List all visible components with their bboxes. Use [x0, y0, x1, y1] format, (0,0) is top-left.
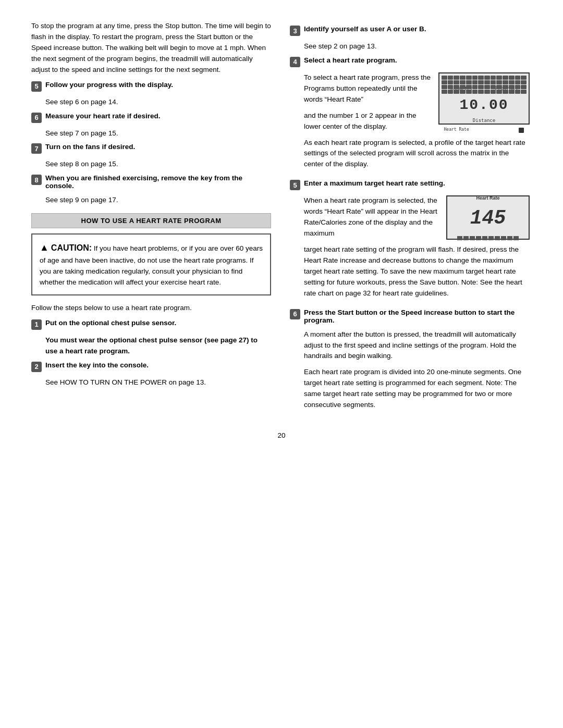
step-5r-body-after: target heart rate setting of the program…	[304, 244, 530, 299]
step-6-title: Measure your heart rate if desired.	[45, 112, 161, 120]
step-5-block: 5 Follow your progress with the display.	[31, 81, 271, 92]
step-7-body: See step 8 on page 15.	[45, 159, 271, 170]
step-6r-num: 6	[290, 309, 300, 319]
step-6r-body1: A moment after the button is pressed, th…	[304, 329, 530, 411]
right-column: 3 Identify yourself as user A or user B.…	[290, 21, 530, 416]
step-3-num: 3	[290, 26, 300, 36]
distance-label: Distance	[473, 117, 495, 125]
step-4-profile-text: As each heart rate program is selected, …	[304, 138, 530, 170]
step-4-block: 4 Select a heart rate program.	[290, 56, 530, 67]
hr-dot	[519, 128, 524, 133]
step-4-num: 4	[290, 57, 300, 67]
caution-triangle-icon: ▲	[40, 242, 49, 253]
step-r2-title: Insert the key into the console.	[45, 361, 149, 369]
display-2-hr-title: Heart Rate	[476, 195, 499, 202]
step-8-body: See step 9 on page 17.	[45, 195, 271, 206]
step-4-title: Select a heart rate program.	[304, 56, 397, 64]
step-6-num: 6	[31, 113, 42, 123]
step-5r-block: 5 Enter a maximum target heart rate sett…	[290, 179, 530, 190]
step-8-title: When you are finished exercising, remove…	[45, 174, 271, 190]
step-r1-num: 1	[31, 319, 42, 330]
display-1: Odometer Programs 10.00 Distance Heart R…	[438, 72, 530, 125]
step-6r-block: 6 Press the Start button or the Speed in…	[290, 309, 530, 324]
step-8-block: 8 When you are finished exercising, remo…	[31, 174, 271, 190]
step-r2-block: 2 Insert the key into the console.	[31, 361, 271, 372]
step-6r-para1: A moment after the button is pressed, th…	[304, 329, 530, 362]
display-2-bars	[457, 236, 519, 240]
step-7-block: 7 Turn on the fans if desired.	[31, 143, 271, 154]
step-3-block: 3 Identify yourself as user A or user B.	[290, 25, 530, 36]
step-8-num: 8	[31, 175, 42, 185]
step-3-body: See step 2 on page 13.	[304, 41, 530, 52]
step-5-title: Follow your progress with the display.	[45, 81, 173, 89]
step-6r-title: Press the Start button or the Speed incr…	[304, 309, 530, 324]
step-5r-body: Heart Rate 145 When a heart rate program…	[304, 195, 530, 304]
display-2: Heart Rate 145	[446, 195, 530, 240]
how-to-box: HOW TO USE A HEART RATE PROGRAM	[31, 213, 271, 228]
display-grid	[442, 76, 527, 94]
step-5r-num: 5	[290, 180, 300, 190]
step-7-title: Turn on the fans if desired.	[45, 143, 135, 151]
step-5-num: 5	[31, 81, 42, 92]
step-r1-block: 1 Put on the optional chest pulse sensor…	[31, 319, 271, 330]
step-7-num: 7	[31, 143, 42, 154]
follow-steps-text: Follow the steps below to use a heart ra…	[31, 303, 271, 314]
step-3-title: Identify yourself as user A or user B.	[304, 25, 426, 33]
step-r2-num: 2	[31, 362, 42, 372]
step-4-body: Odometer Programs 10.00 Distance Heart R…	[304, 72, 530, 175]
step-r1-bold-text: You must wear the optional chest pulse s…	[45, 336, 258, 355]
step-5-body: See step 6 on page 14.	[45, 97, 271, 108]
step-r1-bold-body: You must wear the optional chest pulse s…	[45, 335, 271, 357]
step-r1-title: Put on the optional chest pulse sensor.	[45, 319, 176, 327]
intro-paragraph: To stop the program at any time, press t…	[31, 21, 271, 76]
step-6-body: See step 7 on page 15.	[45, 128, 271, 139]
step-6r-para2: Each heart rate program is divided into …	[304, 367, 530, 411]
step-5r-title: Enter a maximum target heart rate settin…	[304, 179, 445, 187]
page-number: 20	[31, 431, 532, 439]
display-digits: 10.00	[459, 94, 508, 116]
heart-rate-label-1: Heart Rate	[444, 127, 469, 133]
caution-box: ▲CAUTION: If you have heart problems, or…	[31, 233, 271, 295]
caution-title: CAUTION:	[51, 243, 92, 252]
step-6-block: 6 Measure your heart rate if desired.	[31, 112, 271, 123]
display-2-number: 145	[470, 203, 506, 234]
step-r2-body: See HOW TO TURN ON THE POWER on page 13.	[45, 377, 271, 388]
hr-row: Heart Rate	[444, 127, 524, 133]
left-column: To stop the program at any time, press t…	[31, 21, 271, 416]
